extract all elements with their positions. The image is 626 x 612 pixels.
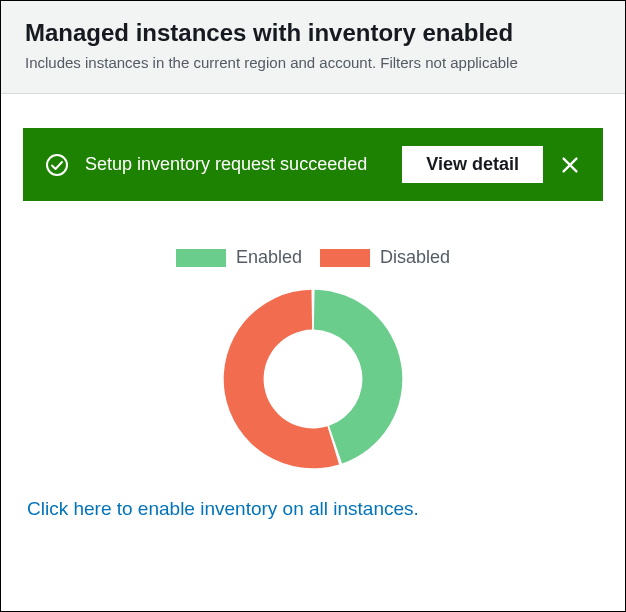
- legend-swatch-disabled: [320, 249, 370, 267]
- chart-legend: Enabled Disabled: [176, 247, 450, 268]
- legend-label-disabled: Disabled: [380, 247, 450, 268]
- donut-chart: [218, 284, 408, 474]
- alert-message: Setup inventory request succeeded: [85, 152, 386, 177]
- page-title: Managed instances with inventory enabled: [25, 19, 601, 47]
- success-alert: Setup inventory request succeeded View d…: [23, 128, 603, 201]
- inventory-panel: Managed instances with inventory enabled…: [0, 0, 626, 612]
- legend-item-enabled: Enabled: [176, 247, 302, 268]
- legend-item-disabled: Disabled: [320, 247, 450, 268]
- panel-content: Setup inventory request succeeded View d…: [1, 94, 625, 611]
- legend-label-enabled: Enabled: [236, 247, 302, 268]
- page-subtitle: Includes instances in the current region…: [25, 53, 601, 73]
- svg-point-0: [47, 155, 67, 175]
- view-detail-button[interactable]: View detail: [402, 146, 543, 183]
- close-icon[interactable]: [559, 154, 581, 176]
- legend-swatch-enabled: [176, 249, 226, 267]
- enable-all-link[interactable]: Click here to enable inventory on all in…: [23, 498, 603, 520]
- chart-area: Enabled Disabled: [23, 247, 603, 474]
- panel-header: Managed instances with inventory enabled…: [1, 1, 625, 94]
- success-check-icon: [45, 153, 69, 177]
